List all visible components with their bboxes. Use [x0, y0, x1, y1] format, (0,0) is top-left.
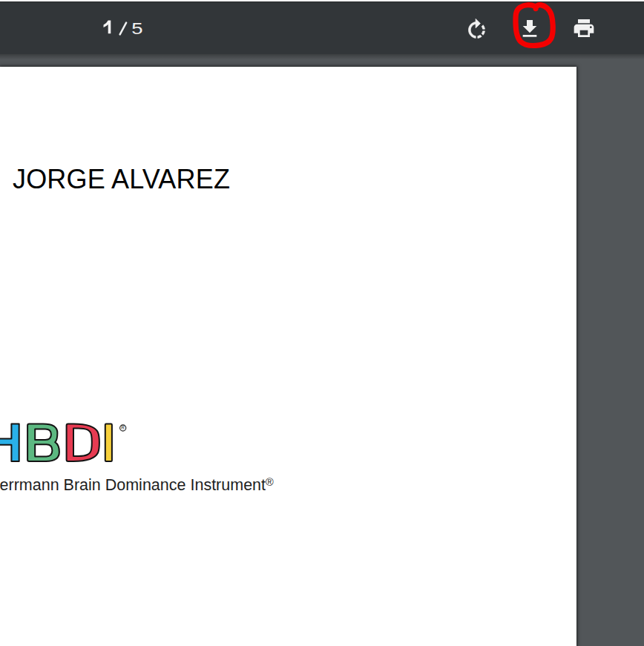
svg-text:R: R [121, 425, 125, 430]
